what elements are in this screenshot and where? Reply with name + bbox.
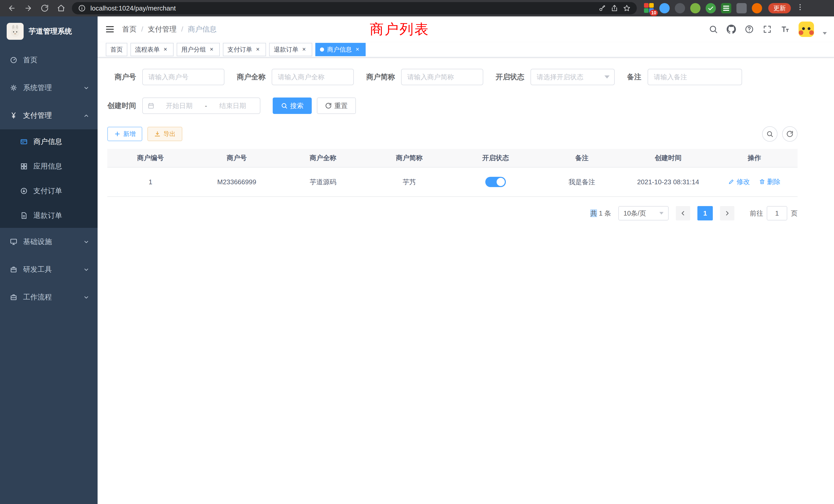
extension-avatar-icon[interactable] [690,3,701,13]
browser-update-button[interactable]: 更新 [768,3,791,13]
tab-close-icon[interactable]: × [208,46,215,53]
user-menu-caret-icon[interactable] [823,32,827,35]
col-header-merchant-id: 商户编号 [107,149,194,167]
tab-process-form[interactable]: 流程表单 × [130,43,174,56]
cell-merchant-no: M233666999 [194,167,280,197]
site-info-icon[interactable] [78,4,86,12]
breadcrumb-payment[interactable]: 支付管理 [148,24,177,34]
extension-dark-icon[interactable] [675,3,685,13]
filter-create-time: 创建时间 开始日期 - 结束日期 [107,97,260,114]
filter-merchant-no: 商户号 [107,69,224,85]
table-toolbar: 新增 导出 [107,126,797,142]
navbar-actions [709,22,827,37]
hamburger-icon[interactable] [97,17,122,42]
share-icon[interactable] [611,4,618,12]
merchant-no-input[interactable] [142,69,224,85]
tab-label: 流程表单 [135,45,160,54]
github-icon[interactable] [727,25,736,34]
add-button-label: 新增 [123,130,136,138]
sidebar-item-infrastructure[interactable]: 基础设施 [0,228,97,256]
delete-link[interactable]: 删除 [759,177,781,186]
tab-user-group[interactable]: 用户分组 × [177,43,220,56]
status-toggle[interactable] [485,177,506,187]
screen: localhost:1024/pay/merchant 10 更新 [0,0,834,504]
search-button[interactable]: 搜索 [273,97,312,114]
edit-link[interactable]: 修改 [728,177,750,186]
sidebar-item-merchant-info[interactable]: 商户信息 [0,129,97,154]
tab-close-icon[interactable]: × [354,46,361,53]
breadcrumb-home[interactable]: 首页 [122,24,137,34]
page-number-1[interactable]: 1 [697,206,713,221]
password-key-icon[interactable] [598,4,606,12]
extension-blue-icon[interactable] [659,3,670,13]
extension-check-icon[interactable] [706,3,716,13]
tab-label: 商户信息 [327,45,352,54]
breadcrumb: 首页 / 支付管理 / 商户信息 [122,24,217,34]
browser-back-icon[interactable] [4,1,20,16]
filter-label: 开启状态 [496,72,524,82]
tab-close-icon[interactable]: × [162,46,169,53]
page-size-select[interactable]: 10条/页 [618,206,668,221]
chevron-down-icon [83,266,89,273]
end-date-placeholder[interactable]: 结束日期 [210,101,255,110]
extension-profile-icon[interactable] [752,3,762,13]
font-size-icon[interactable] [781,25,790,34]
tab-refund-order[interactable]: 退款订单 × [269,43,312,56]
tab-home[interactable]: 首页 [106,43,127,56]
sidebar-item-refund-order[interactable]: 退款订单 [0,203,97,228]
extension-notes-icon[interactable] [721,3,731,13]
refresh-table-button[interactable] [782,126,797,142]
prev-page-button[interactable] [676,206,690,221]
tab-pay-order[interactable]: 支付订单 × [223,43,266,56]
search-icon[interactable] [709,25,718,34]
sidebar-item-home[interactable]: 首页 [0,46,97,74]
browser-menu-icon[interactable] [796,3,804,13]
full-name-input[interactable] [272,69,354,85]
sidebar-item-app-info[interactable]: 应用信息 [0,154,97,179]
download-icon [154,131,161,137]
add-button[interactable]: 新增 [107,127,142,141]
sidebar-item-dev-tools[interactable]: 研发工具 [0,256,97,283]
search-icon [766,130,773,138]
sidebar-item-payment[interactable]: 支付管理 [0,101,97,129]
fullscreen-icon[interactable] [763,25,772,34]
address-bar[interactable]: localhost:1024/pay/merchant [72,2,637,14]
col-header-remark: 备注 [539,149,625,167]
browser-home-icon[interactable] [53,1,69,16]
tab-close-icon[interactable]: × [301,46,308,53]
filter-label: 商户简称 [366,72,395,82]
reset-button[interactable]: 重置 [317,97,356,114]
toggle-search-button[interactable] [762,126,777,142]
extensions-grid-icon[interactable]: 10 [644,3,654,13]
goto-page-input[interactable] [767,206,787,221]
browser-reload-icon[interactable] [37,1,52,16]
short-name-input[interactable] [401,69,483,85]
merchant-table: 商户编号 商户号 商户全称 商户简称 开启状态 备注 创建时间 操作 1 M23… [107,149,797,197]
sidebar-item-workflow[interactable]: 工作流程 [0,283,97,311]
date-range-picker[interactable]: 开始日期 - 结束日期 [142,97,260,114]
page-size-value: 10条/页 [623,209,646,218]
tab-merchant-info[interactable]: 商户信息 × [315,43,366,56]
export-button[interactable]: 导出 [147,127,182,141]
goto-label: 前往 [750,209,763,218]
tab-close-icon[interactable]: × [254,46,261,53]
user-avatar[interactable] [798,22,814,37]
sidebar-item-label: 系统管理 [23,83,78,93]
col-header-create-time: 创建时间 [625,149,711,167]
sidebar-item-label: 工作流程 [23,292,78,302]
next-page-button[interactable] [720,206,734,221]
browser-forward-icon[interactable] [21,1,36,16]
sidebar-item-label: 商户信息 [34,137,97,146]
help-icon[interactable] [745,25,754,34]
sidebar-item-label: 退款订单 [34,211,97,221]
sidebar-item-system[interactable]: 系统管理 [0,74,97,101]
remark-input[interactable] [648,69,742,85]
status-select[interactable] [530,69,615,85]
bookmark-star-icon[interactable] [623,4,631,12]
sidebar-item-pay-order[interactable]: 支付订单 [0,179,97,203]
chevron-left-icon [680,210,686,216]
url-text[interactable]: localhost:1024/pay/merchant [90,4,594,12]
sidebar-item-label: 基础设施 [23,237,78,247]
extension-puzzle-icon[interactable] [737,3,747,13]
start-date-placeholder[interactable]: 开始日期 [157,101,202,110]
